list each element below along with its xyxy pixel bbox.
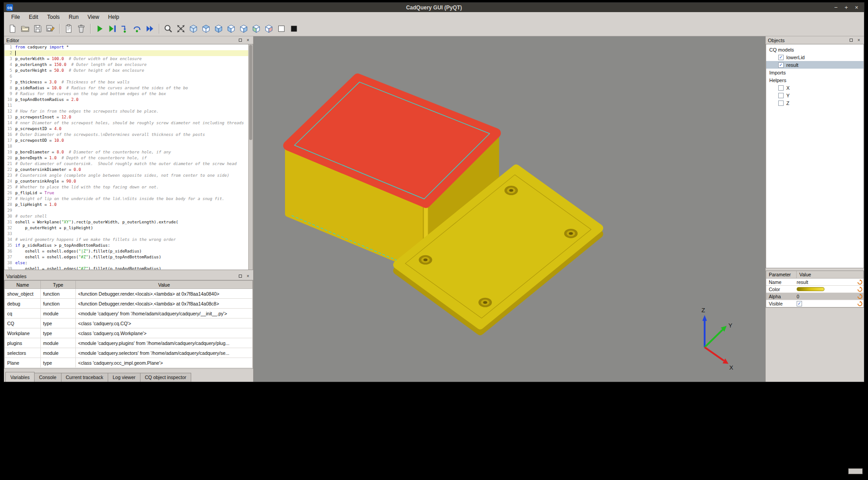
code-line[interactable]: 12# How far in from the edges the screwp… (4, 109, 253, 114)
column-header-value[interactable]: Value (76, 281, 253, 289)
table-row[interactable]: debugfunction<function Debugger.render.<… (5, 299, 253, 309)
code-line[interactable]: 29 (4, 208, 253, 214)
code-line[interactable]: 10p_topAndBottomRadius = 2.0 (4, 97, 253, 103)
objects-float-button[interactable] (848, 37, 854, 43)
code-line[interactable]: 39 oshell = oshell.edges("#Z").fillet(p_… (4, 266, 253, 270)
editor-scrollbar-thumb[interactable] (249, 45, 252, 140)
column-header-type[interactable]: Type (41, 281, 76, 289)
checkbox[interactable] (778, 100, 784, 106)
view-top-button[interactable] (200, 22, 212, 35)
code-line[interactable]: 21# Outer diameter of countersink. Shoul… (4, 161, 253, 167)
editor-close-button[interactable]: × (245, 37, 251, 43)
variables-float-button[interactable] (237, 273, 243, 279)
step-over-button[interactable] (131, 22, 144, 35)
parameter-value[interactable] (797, 301, 856, 306)
checkbox[interactable] (778, 62, 784, 68)
tab-variables[interactable]: Variables (5, 372, 35, 382)
tab-cq-object-inspector[interactable]: CQ object inspector (140, 373, 191, 382)
reset-button[interactable] (856, 293, 864, 300)
menu-help[interactable]: Help (104, 13, 124, 21)
tree-item-z[interactable]: Z (766, 99, 864, 107)
code-line[interactable]: 5p_outerHeight = 50.0 # Outer height of … (4, 68, 253, 74)
code-line[interactable]: 33 (4, 231, 253, 237)
variables-close-button[interactable]: × (245, 273, 251, 279)
tab-log-viewer[interactable]: Log viewer (108, 373, 140, 382)
title-bar[interactable]: cq CadQuery GUI (PyQT) − + × (4, 3, 864, 12)
render-button[interactable] (93, 22, 106, 35)
table-row[interactable]: Planetype<class 'cadquery.occ_impl.geom.… (5, 358, 253, 368)
wireframe-toggle-button[interactable] (275, 22, 288, 35)
code-line[interactable]: 38else: (4, 260, 253, 266)
table-row[interactable]: CQtype<class 'cadquery.cq.CQ'> (5, 319, 253, 328)
code-line[interactable]: 18 (4, 144, 253, 149)
tree-group-imports[interactable]: Imports (766, 69, 864, 76)
code-line[interactable]: 30# outer shell (4, 214, 253, 219)
code-line[interactable]: 35if p_sideRadius > p_topAndBottomRadius… (4, 243, 253, 249)
code-line[interactable]: 17p_screwpostOD = 10.0 (4, 138, 253, 144)
editor-scrollbar[interactable] (248, 44, 253, 270)
fit-view-button[interactable] (175, 22, 187, 35)
minimize-button[interactable]: − (832, 4, 840, 11)
save-button[interactable] (31, 22, 44, 35)
reset-button[interactable] (856, 286, 864, 292)
checkbox[interactable] (778, 85, 784, 91)
code-line[interactable]: 8p_sideRadius = 10.0 # Radius for the cu… (4, 85, 253, 91)
new-file-button[interactable] (6, 22, 19, 35)
code-line[interactable]: 20p_boreDepth = 1.0 # Depth of the count… (4, 155, 253, 161)
code-line[interactable]: 2 (4, 50, 253, 56)
table-row[interactable]: show_objectfunction<function Debugger.re… (5, 289, 253, 299)
code-line[interactable]: 31oshell = Workplane("XY").rect(p_outerW… (4, 219, 253, 225)
tab-current-traceback[interactable]: Current traceback (61, 373, 108, 382)
close-button[interactable]: × (853, 4, 860, 11)
view-iso-button[interactable] (187, 22, 200, 35)
viewport-scene[interactable]: Z Y X (254, 36, 765, 382)
code-line[interactable]: 26p_flipLid = True (4, 190, 253, 196)
tree-group-helpers[interactable]: Helpers (766, 76, 864, 84)
menu-view[interactable]: View (83, 13, 104, 21)
code-line[interactable]: 7p_thickness = 3.0 # Thickness of the bo… (4, 79, 253, 85)
continue-button[interactable] (144, 22, 156, 35)
checkbox[interactable] (797, 301, 802, 306)
reset-button[interactable] (856, 279, 864, 285)
code-line[interactable]: 4p_outerLength = 150.0 # Outer length of… (4, 62, 253, 68)
column-header-name[interactable]: Name (5, 281, 41, 289)
view-right-button[interactable] (237, 22, 250, 35)
tab-console[interactable]: Console (34, 373, 61, 382)
code-line[interactable]: 25# Whether to place the lid with the to… (4, 184, 253, 190)
table-row[interactable]: selectorsmodule<module 'cadquery.selecto… (5, 348, 253, 358)
viewport-3d[interactable]: Z Y X (254, 36, 766, 382)
table-row[interactable]: Workplanetype<class 'cadquery.cq.Workpla… (5, 328, 253, 338)
code-line[interactable]: 24p_countersinkAngle = 90.0 (4, 179, 253, 184)
code-line[interactable]: 28p_lipHeight = 1.0 (4, 202, 253, 208)
clipboard-button[interactable] (62, 22, 75, 35)
objects-close-button[interactable]: × (856, 37, 862, 43)
checkbox[interactable] (778, 55, 784, 60)
view-left-button[interactable] (225, 22, 237, 35)
code-line[interactable]: 13p_screwpostInset = 12.0 (4, 114, 253, 120)
code-line[interactable]: 32 p_outerHeight + p_lipHeight) (4, 225, 253, 231)
maximize-button[interactable]: + (842, 4, 850, 11)
menu-run[interactable]: Run (64, 13, 83, 21)
code-line[interactable]: 36 oshell = oshell.edges("|Z").fillet(p_… (4, 249, 253, 254)
parameter-value[interactable] (797, 287, 856, 291)
delete-button[interactable] (75, 22, 88, 35)
parameter-value[interactable]: result (797, 279, 856, 285)
checkbox[interactable] (778, 93, 784, 98)
view-back-button[interactable] (263, 22, 275, 35)
code-line[interactable]: 22p_countersinkDiameter = 0.0 (4, 167, 253, 173)
code-line[interactable]: 15p_screwpostID = 4.0 (4, 126, 253, 132)
tree-item-y[interactable]: Y (766, 92, 864, 99)
view-bottom-button[interactable] (212, 22, 225, 35)
step-into-button[interactable] (118, 22, 131, 35)
code-line[interactable]: 37 oshell = oshell.edges("#Z").fillet(p_… (4, 254, 253, 260)
tree-item-x[interactable]: X (766, 84, 864, 92)
code-line[interactable]: 6 (4, 74, 253, 79)
code-line[interactable]: 16# Outer Diameter of the screwposts.\nD… (4, 132, 253, 138)
menu-file[interactable]: File (7, 13, 24, 21)
parameter-value[interactable]: 0 (797, 294, 856, 299)
code-line[interactable]: 3p_outerWidth = 100.0 # Outer width of b… (4, 56, 253, 62)
code-line[interactable]: 11 (4, 103, 253, 109)
stop-button[interactable] (288, 22, 300, 35)
code-line[interactable]: 9# Radius for the curves on the top and … (4, 91, 253, 97)
code-editor[interactable]: 1from cadquery import *23p_outerWidth = … (4, 44, 253, 270)
